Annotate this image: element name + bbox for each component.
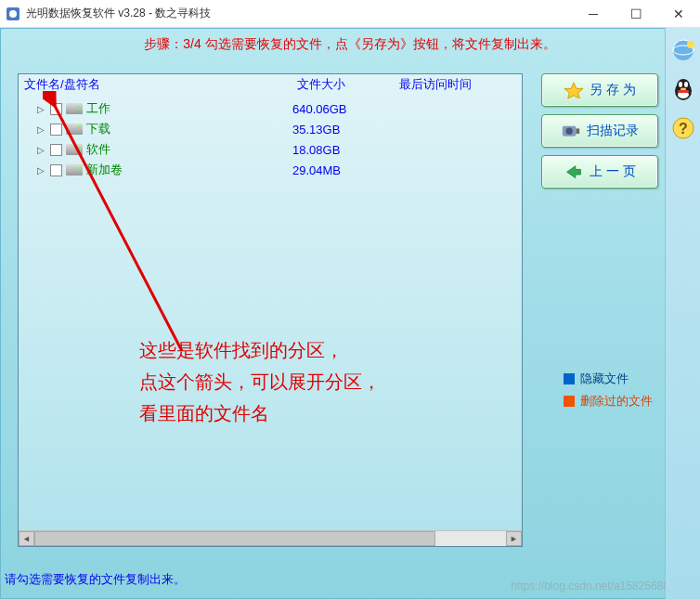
action-panel: 另 存 为 扫描记录 上 一 页 <box>541 73 658 196</box>
legend-deleted: 删除过的文件 <box>564 393 653 410</box>
scroll-right-icon[interactable]: ► <box>506 531 522 546</box>
client-area: 步骤：3/4 勾选需要恢复的文件，点《另存为》按钮，将文件复制出来。 文件名/盘… <box>0 28 700 599</box>
svg-marker-3 <box>564 83 583 98</box>
file-list-panel: 文件名/盘符名 文件大小 最后访问时间 ▷ 工作 640.06GB ▷ 下载 3… <box>18 73 523 547</box>
expand-icon[interactable]: ▷ <box>35 104 46 114</box>
svg-point-1 <box>9 10 17 18</box>
svg-rect-6 <box>576 128 579 133</box>
row-size: 29.04MB <box>292 163 395 177</box>
legend-square-icon <box>564 373 575 384</box>
drive-icon <box>66 124 83 135</box>
legend-label: 隐藏文件 <box>580 371 629 387</box>
scroll-track[interactable] <box>34 531 506 546</box>
row-name: 软件 <box>86 141 292 158</box>
row-name: 新加卷 <box>86 162 292 178</box>
row-size: 18.08GB <box>292 143 395 157</box>
tree-row[interactable]: ▷ 下载 35.13GB <box>19 119 522 139</box>
camera-icon <box>561 123 581 139</box>
window-title: 光明数据恢复软件 v3.28 - 数之寻科技 <box>26 6 572 21</box>
svg-text:?: ? <box>679 121 688 137</box>
tree-row[interactable]: ▷ 工作 640.06GB <box>19 98 522 119</box>
legend-hidden: 隐藏文件 <box>564 371 653 387</box>
svg-point-12 <box>679 82 682 87</box>
expand-icon[interactable]: ▷ <box>35 165 46 176</box>
svg-point-13 <box>684 82 688 87</box>
row-name: 下载 <box>86 121 292 137</box>
maximize-button[interactable]: ☐ <box>615 0 657 28</box>
legend: 隐藏文件 删除过的文件 <box>564 371 653 415</box>
scroll-left-icon[interactable]: ◄ <box>19 531 34 546</box>
horizontal-scrollbar[interactable]: ◄ ► <box>19 530 522 546</box>
side-toolbar: ? <box>665 28 700 599</box>
expand-icon[interactable]: ▷ <box>35 124 46 135</box>
row-name: 工作 <box>86 100 292 117</box>
help-icon[interactable]: ? <box>670 115 696 141</box>
star-icon <box>564 82 584 98</box>
annotation-line: 点这个箭头，可以展开分区， <box>139 366 492 397</box>
column-time-header[interactable]: 最后访问时间 <box>399 76 522 93</box>
checkbox[interactable] <box>50 164 62 176</box>
svg-point-9 <box>687 41 694 48</box>
checkbox[interactable] <box>50 144 62 156</box>
row-size: 35.13GB <box>292 123 395 137</box>
watermark: https://blog.csdn.net/a15825688350 <box>511 579 688 592</box>
minimize-button[interactable]: ─ <box>572 0 615 28</box>
scan-log-button[interactable]: 扫描记录 <box>541 114 658 148</box>
save-as-button[interactable]: 另 存 为 <box>541 73 658 107</box>
row-size: 640.06GB <box>292 102 395 116</box>
drive-icon <box>66 103 83 114</box>
qq-icon[interactable] <box>670 76 696 102</box>
globe-icon[interactable] <box>670 37 696 63</box>
expand-icon[interactable]: ▷ <box>35 145 46 155</box>
arrow-left-icon <box>564 163 584 180</box>
button-label: 扫描记录 <box>587 123 639 139</box>
drive-icon <box>66 144 83 155</box>
svg-rect-16 <box>678 90 689 93</box>
drive-icon <box>66 164 83 176</box>
annotation-line: 这些是软件找到的分区， <box>139 334 492 366</box>
file-tree: ▷ 工作 640.06GB ▷ 下载 35.13GB ▷ 软件 18.08GB <box>19 95 522 184</box>
legend-label: 删除过的文件 <box>580 393 653 410</box>
table-header: 文件名/盘符名 文件大小 最后访问时间 <box>19 74 522 95</box>
annotation-line: 看里面的文件名 <box>139 397 492 429</box>
tree-row[interactable]: ▷ 新加卷 29.04MB <box>19 160 522 180</box>
prev-page-button[interactable]: 上 一 页 <box>541 155 658 189</box>
app-icon <box>6 7 20 21</box>
titlebar: 光明数据恢复软件 v3.28 - 数之寻科技 ─ ☐ ✕ <box>0 0 700 28</box>
close-button[interactable]: ✕ <box>657 0 700 28</box>
button-label: 上 一 页 <box>590 163 636 180</box>
tree-row[interactable]: ▷ 软件 18.08GB <box>19 139 522 160</box>
column-size-header[interactable]: 文件大小 <box>297 76 399 93</box>
checkbox[interactable] <box>50 124 62 136</box>
legend-square-icon <box>564 396 575 407</box>
checkbox[interactable] <box>50 103 62 115</box>
button-label: 另 存 为 <box>590 82 636 98</box>
step-instruction: 步骤：3/4 勾选需要恢复的文件，点《另存为》按钮，将文件复制出来。 <box>1 29 699 60</box>
column-name-header[interactable]: 文件名/盘符名 <box>19 76 297 93</box>
annotation-text: 这些是软件找到的分区， 点这个箭头，可以展开分区， 看里面的文件名 <box>139 334 492 429</box>
scroll-thumb[interactable] <box>34 531 435 546</box>
svg-point-5 <box>565 128 572 135</box>
